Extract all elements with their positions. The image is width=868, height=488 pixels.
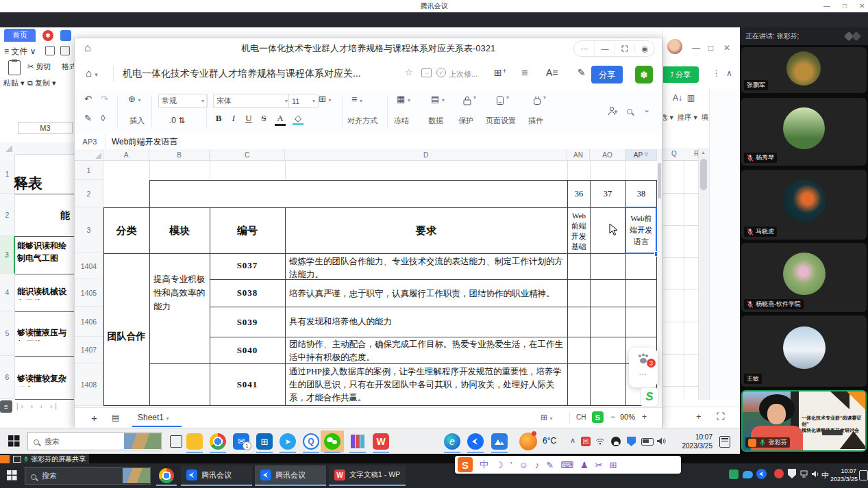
account-avatar[interactable] [667, 39, 682, 54]
more-icon[interactable]: ⋮ [712, 68, 721, 78]
weather-temp[interactable]: 6°C [543, 436, 556, 446]
select-all-corner[interactable] [5, 145, 12, 152]
zoom-out-button[interactable]: − [610, 412, 615, 422]
notification-center-icon[interactable] [719, 436, 730, 448]
zoom-in-button[interactable]: + [642, 412, 647, 422]
doc-tab-icon[interactable] [60, 30, 71, 41]
back-row-header[interactable]: 5 [0, 311, 15, 356]
taskbar-button-wps[interactable]: W 文字文稿1 - WPS ... [329, 465, 406, 486]
scrollbar-thumb[interactable] [700, 159, 707, 190]
tray-meeting-icon[interactable] [756, 469, 767, 479]
output-icon[interactable] [60, 46, 70, 55]
chrome-icon[interactable] [159, 468, 174, 483]
cell-ao2[interactable]: 37 [591, 185, 625, 203]
underline-button[interactable]: U [243, 113, 254, 124]
minimize-icon[interactable]: — [823, 0, 830, 12]
cell-ap2[interactable]: 38 [626, 185, 656, 203]
cell-req[interactable]: 通过PHP接入数据库的案例，让学生理解程序开发规范的重要性，培养学生的团队意识，… [289, 365, 563, 404]
italic-button[interactable]: I [228, 113, 239, 124]
cell-code[interactable]: S041 [210, 379, 285, 390]
chrome-icon[interactable] [210, 433, 226, 450]
cell-req[interactable]: 培养认真严谨，忠于职守，认真履行工作职责，团结协作的职业精神。 [289, 287, 563, 301]
tray-green-icon[interactable] [729, 470, 739, 479]
font-size-select[interactable]: 11▾ [288, 94, 319, 108]
protect-label[interactable]: 保护 [458, 116, 473, 126]
cell-b-merge[interactable]: 提高专业积极性和高效率的能力 [153, 272, 207, 313]
plugins-icon[interactable] [532, 96, 542, 105]
protect-icon[interactable] [462, 96, 472, 105]
column-header-d[interactable]: D [285, 149, 567, 161]
sheet-nav-arrows[interactable]: |‹ ‹ › ›| [16, 402, 60, 410]
emoji-icon[interactable]: ☺ [519, 460, 528, 470]
more-dots-icon[interactable]: ⋯ [638, 370, 647, 379]
moon-icon[interactable]: ☽ [495, 460, 504, 470]
column-header-ap[interactable]: AP ▽ [625, 149, 657, 161]
selected-cell-outline[interactable] [625, 207, 657, 254]
column-header-a[interactable]: A [103, 149, 149, 161]
row-header[interactable]: 2 [75, 180, 103, 207]
row-header[interactable]: 1405 [75, 279, 103, 307]
back-row-header[interactable]: 1 [0, 154, 15, 194]
tray-cloud-icon[interactable] [743, 471, 753, 478]
add-sheet-icon[interactable]: + [91, 412, 97, 424]
freeze-icon[interactable]: ▦ ▾ [397, 94, 410, 104]
view-mode-icon[interactable]: ⊞ ▾ [541, 413, 552, 422]
format-painter-button[interactable]: 格式 [62, 62, 74, 72]
cell-name-box[interactable]: AP3 [75, 134, 106, 149]
file-explorer-icon[interactable] [186, 433, 203, 450]
wps-red-icon[interactable]: ✱ [42, 30, 53, 41]
star-icon[interactable]: ☆ [405, 67, 413, 77]
task-view-icon[interactable] [170, 435, 182, 448]
grid-scrollbar[interactable] [657, 149, 662, 407]
clip-icon[interactable]: ✂ [595, 460, 603, 470]
back-name-box[interactable]: M3 [18, 122, 73, 134]
language-status[interactable]: CH [576, 413, 586, 421]
font-color-button[interactable]: A [275, 113, 286, 126]
zoom-level[interactable]: 90% [620, 413, 635, 421]
cell-req[interactable]: 锻炼学生的团队合作能力、专业技术交流的表达能力、制定工作计划的方法能力。 [289, 255, 563, 280]
share-button-green[interactable]: ⤴分享 [662, 66, 699, 83]
align-label[interactable]: 对齐方式 [347, 116, 377, 126]
search-daily-image[interactable] [124, 433, 161, 449]
battery-icon[interactable] [641, 438, 654, 446]
fill-color-button[interactable]: ◇ [293, 113, 303, 125]
weather-icon[interactable] [519, 433, 537, 450]
home-icon[interactable]: ⌂ [84, 42, 91, 54]
flower-plugin-icon[interactable]: ✽ [635, 66, 653, 84]
column-header-ao[interactable]: AO [590, 149, 625, 161]
back-row-header[interactable]: 4 [0, 274, 15, 311]
insert-icon[interactable]: ⊕ ▾ [128, 94, 141, 104]
text-tool-icon[interactable]: A≡ [546, 67, 558, 78]
tray-red-icon[interactable] [774, 469, 784, 478]
qq-icon[interactable] [611, 437, 621, 446]
cell-an3[interactable]: Web前端开发基础 [569, 211, 589, 251]
page-setup-icon[interactable] [495, 96, 505, 105]
cell-an2[interactable]: 36 [568, 185, 590, 203]
voice-icon[interactable]: ♪ [535, 460, 540, 470]
minimize-icon[interactable]: — [692, 42, 700, 54]
cell-code[interactable]: S038 [210, 287, 285, 298]
row-header[interactable]: 1408 [75, 363, 103, 406]
participant-tile[interactable]: 马晓虎 [741, 170, 867, 240]
cell-req[interactable]: 团结协作、主动配合，确保完成工作目标。热爱专业热爱生活，在工作生活中持有积极的态… [289, 338, 563, 363]
wps-float-logo[interactable]: S [640, 387, 659, 407]
paste-button[interactable]: 粘贴 ▾ [3, 78, 25, 88]
back-row-header[interactable]: 3 [0, 236, 15, 274]
punctuation-icon[interactable]: ’ [510, 460, 512, 470]
move-doc-icon[interactable]: → [421, 68, 432, 77]
align-icon[interactable]: ≡ ▾ [351, 94, 362, 105]
edge-icon[interactable]: e [444, 433, 460, 450]
sogou-input-bar[interactable]: S 中 ☽ ’ ☺ ♪ ✎ ⌨ ♟ ✂ ⊞ [455, 456, 681, 474]
document-tab[interactable]: 机电一体化技术专业群人才培养规格与课程体系对应关... [123, 68, 391, 80]
assign-task-icon[interactable] [608, 106, 619, 116]
back-cell-title[interactable]: 释表 [14, 174, 73, 193]
active-speaker-video[interactable]: 一体化技术专业群“岗课赛证创” 模块化课程体系开发研讨会 张彩芬 [741, 390, 867, 452]
row-header[interactable]: 1407 [75, 337, 103, 363]
search-box[interactable]: 搜索 [27, 432, 162, 450]
wechat-icon[interactable] [324, 433, 340, 450]
back-cell[interactable]: 能够识读和绘制电气工图 [17, 240, 73, 267]
cell-a-merge[interactable]: 团队合作 [103, 331, 149, 343]
minimize-icon[interactable]: — [595, 42, 615, 55]
tencent-meeting-icon[interactable] [467, 433, 484, 450]
keyboard-icon[interactable]: ⌨ [560, 460, 573, 470]
